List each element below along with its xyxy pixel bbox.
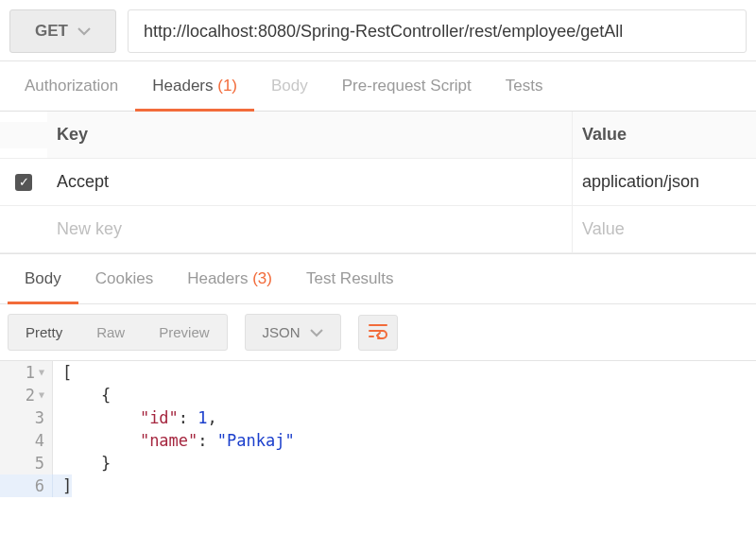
header-col-key: Key: [47, 112, 572, 158]
request-url-text: http://localhost:8080/Spring-RestControl…: [144, 22, 623, 42]
line-number: 6: [0, 474, 53, 497]
row-checkbox[interactable]: ✓: [15, 174, 32, 191]
fold-icon[interactable]: ▼: [39, 384, 44, 406]
format-label: JSON: [263, 324, 301, 340]
resp-tab-body[interactable]: Body: [8, 254, 78, 303]
header-new-key-input[interactable]: New key: [47, 206, 572, 252]
line-number: 3: [0, 406, 53, 429]
tab-label: Body: [271, 77, 308, 95]
line-number: 1▼: [0, 361, 53, 384]
tab-count: (1): [217, 77, 237, 95]
view-raw-button[interactable]: Raw: [79, 315, 142, 350]
tab-pre-request-script[interactable]: Pre-request Script: [325, 61, 489, 111]
response-tabs: BodyCookiesHeaders (3)Test Results: [0, 254, 756, 304]
format-select[interactable]: JSON: [245, 314, 341, 351]
request-url-input[interactable]: http://localhost:8080/Spring-RestControl…: [128, 9, 747, 53]
header-key-input[interactable]: Accept: [47, 159, 572, 205]
code-line: 5 }: [0, 452, 756, 474]
response-body: 1▼[2▼ {3 "id": 1,4 "name": "Pankaj"5 }6]: [0, 361, 756, 497]
response-toolbar: PrettyRawPreview JSON: [0, 304, 756, 361]
line-number: 2▼: [0, 384, 53, 406]
code-line: 3 "id": 1,: [0, 406, 756, 429]
tab-authorization[interactable]: Authorization: [8, 61, 135, 111]
header-new-value-input[interactable]: Value: [572, 206, 756, 252]
http-method-label: GET: [35, 22, 68, 41]
code-line: 2▼ {: [0, 384, 756, 406]
tab-label: Authorization: [25, 77, 118, 95]
toggle-wrap-button[interactable]: [358, 315, 398, 351]
fold-icon[interactable]: ▼: [39, 361, 44, 384]
resp-tab-headers[interactable]: Headers (3): [170, 254, 289, 303]
http-method-select[interactable]: GET: [9, 9, 116, 53]
wrap-icon: [368, 322, 388, 342]
header-col-value: Value: [572, 112, 756, 158]
table-row: ✓Acceptapplication/json: [0, 159, 756, 206]
tab-label: Headers: [152, 77, 213, 95]
resp-tab-cookies[interactable]: Cookies: [78, 254, 170, 303]
code-content: }: [53, 452, 111, 474]
tab-body[interactable]: Body: [254, 61, 325, 111]
resp-tab-test-results[interactable]: Test Results: [289, 254, 411, 303]
chevron-down-icon: [77, 22, 91, 41]
view-preview-button[interactable]: Preview: [142, 315, 226, 350]
tab-label: Cookies: [95, 269, 153, 287]
request-tabs: AuthorizationHeaders (1)BodyPre-request …: [0, 60, 756, 112]
tab-label: Pre-request Script: [342, 77, 472, 95]
line-number: 4: [0, 429, 53, 452]
tab-label: Tests: [506, 77, 543, 95]
tab-label: Headers: [187, 269, 248, 287]
tab-headers[interactable]: Headers (1): [135, 61, 254, 111]
code-content: ]: [53, 474, 72, 497]
code-line: 4 "name": "Pankaj": [0, 429, 756, 452]
view-mode-group: PrettyRawPreview: [8, 314, 228, 351]
headers-table: Key Value ✓Acceptapplication/json New ke…: [0, 112, 756, 254]
code-content: {: [53, 384, 111, 406]
view-pretty-button[interactable]: Pretty: [9, 315, 79, 350]
tab-label: Test Results: [306, 269, 394, 287]
code-line: 6]: [0, 474, 756, 497]
header-value-input[interactable]: application/json: [572, 159, 756, 205]
line-number: 5: [0, 452, 53, 474]
tab-label: Body: [25, 269, 61, 287]
tab-tests[interactable]: Tests: [489, 61, 560, 111]
code-line: 1▼[: [0, 361, 756, 384]
chevron-down-icon: [310, 324, 323, 340]
code-content: "name": "Pankaj": [53, 429, 295, 452]
code-content: "id": 1,: [53, 406, 217, 429]
tab-count: (3): [252, 269, 272, 287]
code-content: [: [53, 361, 72, 384]
